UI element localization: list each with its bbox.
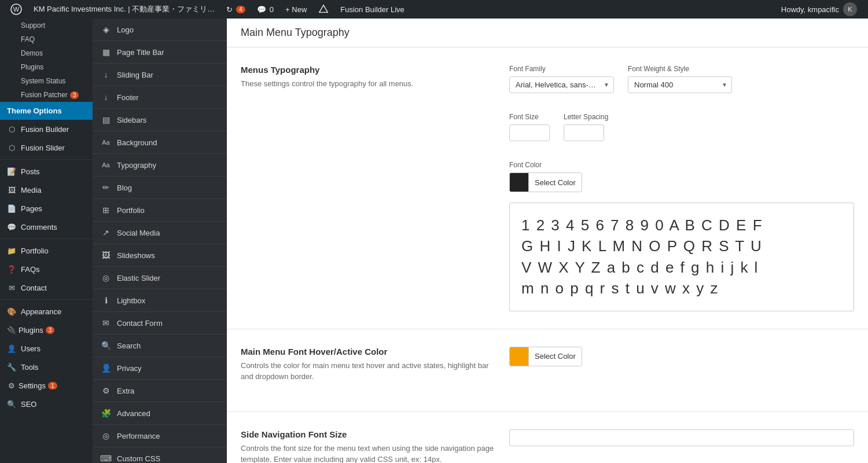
social-media-icon: ↗ — [101, 227, 111, 238]
theme-menu-privacy[interactable]: 👤 Privacy — [93, 357, 227, 380]
theme-menu-extra[interactable]: ⚙ Extra — [93, 380, 227, 402]
font-color-swatch — [510, 173, 528, 192]
lightbox-icon: ℹ — [101, 295, 111, 306]
footer-icon: ↓ — [101, 92, 111, 102]
theme-menu-lightbox[interactable]: ℹ Lightbox — [93, 289, 227, 312]
sidebar-item-plugins[interactable]: Plugins — [0, 60, 93, 74]
sidebars-icon: ▤ — [101, 115, 111, 125]
font-color-button[interactable]: Select Color — [509, 172, 582, 192]
theme-menu-performance[interactable]: ◎ Performance — [93, 425, 227, 447]
theme-menu-background[interactable]: Aa Background — [93, 131, 227, 154]
site-name[interactable]: KM Pacific Investments Inc. | 不動産事業・ファミリ… — [28, 0, 220, 19]
updates-item[interactable]: ↻ 4 — [220, 0, 251, 19]
theme-menu-custom-css[interactable]: ⌨ Custom CSS — [93, 447, 227, 463]
new-item[interactable]: + New — [279, 0, 312, 19]
theme-menu-advanced[interactable]: 🧩 Advanced — [93, 402, 227, 425]
theme-menu-contact-form[interactable]: ✉ Contact Form — [93, 312, 227, 335]
media-icon: 🖼 — [7, 185, 16, 194]
sidebar-item-media[interactable]: 🖼 Media — [0, 181, 93, 199]
elastic-slider-icon: ◎ — [101, 273, 111, 283]
tools-icon: 🔧 — [7, 362, 16, 372]
sidebar-item-portfolio[interactable]: 📁 Portfolio — [0, 241, 93, 260]
side-nav-title: Side Navigation Font Size — [241, 429, 495, 439]
sidebar-item-fusion-patcher[interactable]: Fusion Patcher 3 — [0, 88, 93, 102]
seo-icon: 🔍 — [7, 399, 16, 409]
letter-spacing-label: Letter Spacing — [564, 113, 608, 121]
menus-typography-section: Menus Typography These settings control … — [227, 47, 868, 329]
sidebar-item-demos[interactable]: Demos — [0, 46, 93, 60]
theme-menu-blog[interactable]: ✏ Blog — [93, 177, 227, 199]
theme-menu-sidebars[interactable]: ▤ Sidebars — [93, 109, 227, 131]
svg-text:W: W — [13, 6, 20, 13]
hover-color-title: Main Menu Font Hover/Active Color — [241, 347, 495, 357]
fusion-builder-link[interactable]: Fusion Builder Live — [334, 0, 410, 19]
sidebar-item-appearance[interactable]: 🎨 Appearance — [0, 302, 93, 321]
font-weight-label: Font Weight & Style — [628, 65, 732, 73]
font-family-label: Font Family — [509, 65, 614, 73]
fusion-patcher-badge: 3 — [70, 91, 79, 99]
sidebar-item-fusion-slider[interactable]: ⬡ Fusion Slider — [0, 138, 93, 157]
user-greeting[interactable]: Howdy, kmpacific K — [775, 0, 863, 19]
posts-icon: 📝 — [7, 167, 16, 176]
avada-icon[interactable] — [312, 0, 334, 19]
sidebar-item-theme-options[interactable]: Theme Options — [0, 102, 93, 120]
plugins-icon: 🔌 — [7, 325, 16, 335]
sidebar-item-support[interactable]: Support — [0, 19, 93, 32]
main-content: Main Menu Typography Menus Typography Th… — [227, 19, 868, 463]
portfolio-theme-icon: ⊞ — [101, 205, 111, 215]
theme-menu-social-media[interactable]: ↗ Social Media — [93, 222, 227, 244]
sidebar-item-fusion-builder[interactable]: ⬡ Fusion Builder — [0, 120, 93, 138]
theme-menu-typography[interactable]: Aa Typography — [93, 154, 227, 177]
theme-menu-page-title-bar[interactable]: ▦ Page Title Bar — [93, 41, 227, 64]
theme-menu-slideshows[interactable]: 🖼 Slideshows — [93, 244, 227, 267]
font-family-select[interactable]: Arial, Helvetica, sans-… — [509, 76, 614, 93]
menus-typography-desc: These settings control the typography fo… — [241, 78, 495, 90]
font-size-input[interactable]: 24px — [509, 124, 550, 141]
comments-item[interactable]: 💬 0 — [251, 0, 279, 19]
side-nav-desc: Controls the font size for the menu text… — [241, 443, 495, 463]
theme-options-sidebar: ◈ Logo ▦ Page Title Bar ↓ Sliding Bar ↓ … — [93, 19, 227, 463]
custom-css-icon: ⌨ — [101, 453, 111, 463]
hover-color-swatch — [510, 347, 528, 366]
hover-color-select-label: Select Color — [528, 347, 582, 366]
typography-icon: Aa — [101, 160, 111, 170]
theme-menu-logo[interactable]: ◈ Logo — [93, 19, 227, 41]
sidebar-item-pages[interactable]: 📄 Pages — [0, 199, 93, 218]
page-title-bar-icon: ▦ — [101, 47, 111, 57]
sidebar-item-contact[interactable]: ✉ Contact — [0, 278, 93, 297]
wp-logo[interactable]: W — [5, 0, 28, 19]
theme-menu-search[interactable]: 🔍 Search — [93, 335, 227, 357]
updates-badge: 4 — [236, 6, 245, 13]
fusion-slider-icon: ⬡ — [7, 143, 16, 152]
font-weight-control[interactable]: Normal 400 ▼ — [628, 76, 732, 93]
theme-menu-sliding-bar[interactable]: ↓ Sliding Bar — [93, 64, 227, 86]
hover-color-button[interactable]: Select Color — [509, 347, 582, 366]
font-family-control[interactable]: Arial, Helvetica, sans-… ▼ — [509, 76, 614, 93]
sidebar-item-faq[interactable]: FAQ — [0, 32, 93, 46]
theme-menu-elastic-slider[interactable]: ◎ Elastic Slider — [93, 267, 227, 289]
font-preview-text: 1 2 3 4 5 6 7 8 9 0 A B C D E F G H I J … — [521, 215, 842, 299]
sidebar-item-comments[interactable]: 💬 Comments — [0, 218, 93, 236]
settings-icon: ⚙ — [7, 381, 16, 390]
main-menu-hover-section: Main Menu Font Hover/Active Color Contro… — [227, 329, 868, 412]
sidebar-item-plugins-menu[interactable]: 🔌 Plugins 3 — [0, 321, 93, 339]
theme-menu-footer[interactable]: ↓ Footer — [93, 86, 227, 109]
admin-bar: W KM Pacific Investments Inc. | 不動産事業・ファ… — [0, 0, 868, 19]
sidebar-item-users[interactable]: 👤 Users — [0, 339, 93, 358]
sidebar-item-seo[interactable]: 🔍 SEO — [0, 395, 93, 413]
letter-spacing-input[interactable]: 2px — [564, 124, 604, 141]
sidebar-item-posts[interactable]: 📝 Posts — [0, 162, 93, 181]
privacy-icon: 👤 — [101, 363, 111, 373]
font-color-select-label: Select Color — [528, 173, 582, 192]
slideshows-icon: 🖼 — [101, 250, 111, 260]
sidebar-item-system-status[interactable]: System Status — [0, 74, 93, 88]
wp-admin-sidebar: Support FAQ Demos Plugins System Status … — [0, 19, 93, 463]
sidebar-item-faqs[interactable]: ❓ FAQs — [0, 260, 93, 278]
theme-menu-portfolio[interactable]: ⊞ Portfolio — [93, 199, 227, 222]
side-nav-font-size-section: Side Navigation Font Size Controls the f… — [227, 412, 868, 463]
side-nav-font-size-input[interactable]: 16px — [509, 429, 854, 446]
advanced-icon: 🧩 — [101, 408, 111, 418]
font-weight-select[interactable]: Normal 400 — [628, 76, 732, 93]
sidebar-item-settings[interactable]: ⚙ Settings 1 — [0, 376, 93, 395]
sidebar-item-tools[interactable]: 🔧 Tools — [0, 358, 93, 376]
